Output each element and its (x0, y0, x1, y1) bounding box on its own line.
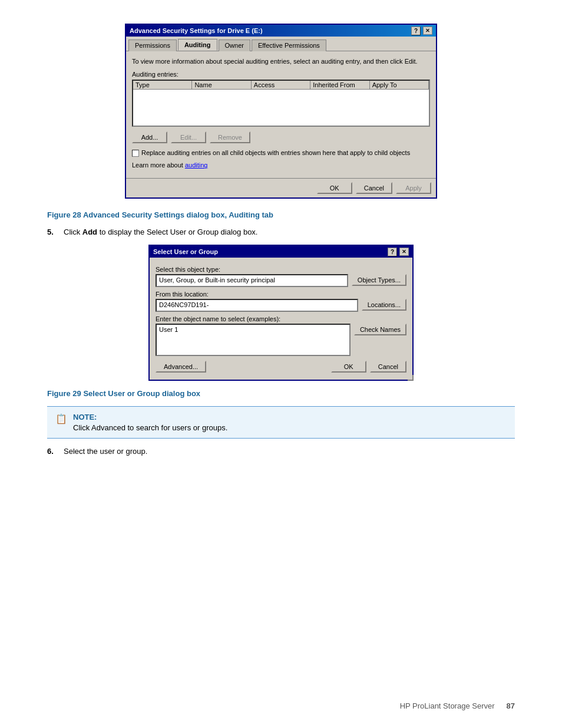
col-access: Access (252, 81, 310, 89)
locations-button[interactable]: Locations... (362, 299, 406, 311)
auditing-link[interactable]: auditing (185, 162, 208, 169)
figure-28-caption-bold: Figure 28 Advanced Security Settings dia… (47, 210, 273, 219)
tab-effective-permissions[interactable]: Effective Permissions (252, 39, 326, 51)
help-button[interactable]: ? (411, 27, 421, 35)
dialog-titlebar: Advanced Security Settings for Drive E (… (126, 25, 436, 37)
step-5: 5. Click Add to display the Select User … (47, 228, 515, 236)
select-user-group-dialog: Select User or Group ? ✕ Select this obj… (148, 245, 414, 381)
resize-handle[interactable] (408, 375, 414, 381)
select-dialog-wrapper: Select User or Group ? ✕ Select this obj… (148, 245, 414, 381)
object-type-input[interactable]: User, Group, or Built-in security princi… (156, 274, 348, 287)
note-icon: 📋 (55, 413, 67, 424)
figure-29-container: Select User or Group ? ✕ Select this obj… (148, 245, 414, 381)
select-dialog-titlebar: Select User or Group ? ✕ (150, 246, 412, 258)
col-apply: Apply To (370, 81, 429, 89)
checkbox-text: Replace auditing entries on all child ob… (141, 149, 410, 156)
tab-permissions[interactable]: Permissions (128, 39, 177, 51)
page-footer: HP ProLiant Storage Server 87 (400, 701, 515, 710)
object-name-label-text: Enter the object name to select (example… (156, 315, 280, 322)
step-5-number: 5. (47, 228, 59, 236)
note-text: Click Advanced to search for users or gr… (73, 423, 507, 432)
edit-button[interactable]: Edit... (171, 131, 206, 143)
note-content: NOTE: Click Advanced to search for users… (73, 413, 507, 432)
object-name-label: Enter the object name to select (example… (156, 315, 406, 322)
ok-button[interactable]: OK (317, 182, 352, 194)
step-6-content: Select the user or group. (64, 447, 515, 456)
step-5-text2: to display the Select User or Group dial… (97, 228, 257, 236)
step-6-number: 6. (47, 447, 59, 456)
figure-29-caption-bold: Figure 29 Select User or Group dialog bo… (47, 389, 200, 398)
step-6: 6. Select the user or group. (47, 447, 515, 456)
tab-owner[interactable]: Owner (219, 39, 250, 51)
object-name-input[interactable]: User 1 (156, 324, 351, 356)
advanced-security-dialog: Advanced Security Settings for Drive E (… (125, 24, 437, 199)
bottom-buttons: OK Cancel Apply (126, 178, 436, 197)
location-input[interactable]: D246NC97D191- (156, 299, 358, 312)
listbox-header: Type Name Access Inherited From Apply To (133, 81, 429, 90)
advanced-button[interactable]: Advanced... (156, 361, 206, 373)
col-name: Name (192, 81, 251, 89)
col-type: Type (133, 81, 192, 89)
replace-checkbox[interactable] (132, 150, 139, 157)
titlebar-buttons: ? ✕ (411, 27, 432, 35)
object-types-button[interactable]: Object Types... (352, 274, 406, 286)
step-5-bold: Add (82, 228, 97, 236)
page-container: Advanced Security Settings for Drive E (… (0, 0, 562, 728)
step-5-content: Click Add to display the Select User or … (64, 228, 515, 236)
cancel-button[interactable]: Cancel (356, 182, 392, 194)
select-ok-button[interactable]: OK (331, 361, 366, 373)
select-help-button[interactable]: ? (388, 248, 397, 256)
select-close-button[interactable]: ✕ (399, 248, 409, 256)
check-names-button[interactable]: Check Names (354, 324, 406, 335)
select-dialog-content: Select this object type: User, Group, or… (150, 258, 412, 380)
ok-cancel-buttons: OK Cancel (331, 361, 406, 373)
footer-page: 87 (507, 701, 515, 710)
location-label: From this location: (156, 291, 406, 298)
learn-text: Learn more about (132, 162, 185, 169)
col-inherited: Inherited From (310, 81, 369, 89)
object-type-row: User, Group, or Built-in security princi… (156, 274, 406, 287)
figure-28-container: Advanced Security Settings for Drive E (… (125, 24, 437, 199)
figure-29-caption: Figure 29 Select User or Group dialog bo… (47, 389, 515, 398)
location-row: D246NC97D191- Locations... (156, 299, 406, 312)
close-button[interactable]: ✕ (423, 27, 432, 35)
dialog-description: To view more information about special a… (132, 57, 430, 66)
object-name-row: User 1 Check Names (156, 324, 406, 356)
dialog-content: To view more information about special a… (126, 51, 436, 178)
checkbox-row: Replace auditing entries on all child ob… (132, 149, 430, 157)
apply-button[interactable]: Apply (396, 182, 431, 194)
auditing-listbox[interactable]: Type Name Access Inherited From Apply To (132, 80, 430, 127)
tab-auditing[interactable]: Auditing (178, 39, 217, 51)
add-button[interactable]: Add... (132, 131, 167, 143)
select-cancel-button[interactable]: Cancel (370, 361, 406, 373)
dialog-tabs: Permissions Auditing Owner Effective Per… (126, 37, 436, 51)
select-titlebar-buttons: ? ✕ (388, 248, 409, 256)
dialog-title: Advanced Security Settings for Drive E (… (130, 27, 411, 34)
learn-row: Learn more about auditing (132, 162, 430, 169)
note-title: NOTE: (73, 413, 507, 421)
select-dialog-title: Select User or Group (153, 248, 388, 255)
step-5-text1: Click (64, 228, 82, 236)
object-type-label: Select this object type: (156, 266, 406, 273)
select-bottom-row: Advanced... OK Cancel (156, 361, 406, 375)
footer-product: HP ProLiant Storage Server (400, 701, 495, 710)
remove-button[interactable]: Remove (210, 131, 250, 143)
auditing-label: Auditing entries: (132, 71, 430, 78)
dialog-buttons: Add... Edit... Remove (132, 131, 430, 143)
figure-28-caption: Figure 28 Advanced Security Settings dia… (47, 210, 515, 219)
note-box: 📋 NOTE: Click Advanced to search for use… (47, 406, 515, 439)
